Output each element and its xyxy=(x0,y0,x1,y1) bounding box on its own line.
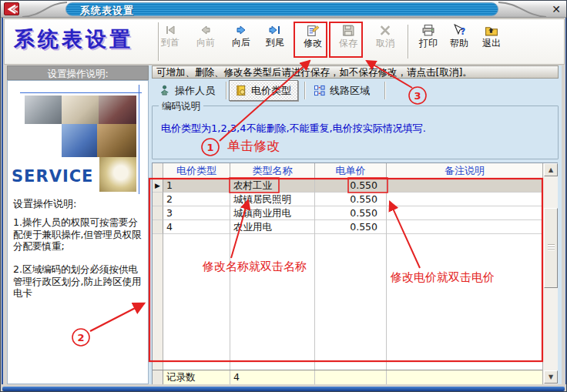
sidebar-notes-title: 设置操作说明: xyxy=(13,197,76,211)
record-count-label: 记录数 xyxy=(163,370,230,385)
record-count-value: 4 xyxy=(230,370,315,385)
selector-column xyxy=(153,234,163,370)
info-bar: 可增加、删除、修改各类型后请进行保存，如不保存修改，请点击[取消]。 xyxy=(152,65,559,79)
sidebar-note-1: 1.操作人员的权限可按需要分配便于兼职操作,但管理员权限分配要慎重; xyxy=(13,216,146,253)
footer-selector xyxy=(153,370,163,385)
title-bar: 系统表设置 ✕ xyxy=(1,1,567,18)
printer-icon xyxy=(421,24,436,37)
sidebar-header: 设置操作说明: xyxy=(7,65,149,80)
last-arrow-icon xyxy=(267,24,283,36)
nav-prev-button[interactable]: 向前 xyxy=(189,22,223,63)
row-selector[interactable] xyxy=(153,220,163,234)
exit-button[interactable]: 退出 xyxy=(475,22,508,63)
edit-icon xyxy=(305,24,320,37)
row-selector[interactable] xyxy=(153,206,163,220)
svg-text:?: ? xyxy=(460,26,465,37)
column-header-note: 备注说明 xyxy=(387,163,542,179)
grid-line xyxy=(386,234,387,370)
cell-price[interactable]: 0.550 xyxy=(315,179,387,193)
collage-image-leather xyxy=(97,124,136,157)
collage-image-tools xyxy=(25,95,62,124)
prev-arrow-icon xyxy=(198,24,213,36)
collage-image-pens xyxy=(99,95,136,124)
column-header-price: 电单价 xyxy=(315,163,387,179)
sidebar-panel: SERVICE 设置操作说明: 1.操作人员的权限可按需要分配便于兼职操作,但管… xyxy=(7,80,149,384)
cell-price[interactable]: 0.550 xyxy=(315,193,387,206)
window-title: 系统表设置 xyxy=(80,4,134,18)
cell-note[interactable] xyxy=(387,220,542,234)
groupbox-note: 电价类型为1,2,3,4不能删除,不能重复,电价按实际情况填写. xyxy=(161,122,426,136)
groupbox-title: 编码说明 xyxy=(159,100,203,113)
bottom-blue-strip xyxy=(2,387,565,391)
cell-price[interactable]: 0.550 xyxy=(315,206,387,220)
scrollbar-grip xyxy=(548,244,555,250)
cell-type[interactable]: 4 xyxy=(163,220,230,234)
row-selector[interactable] xyxy=(153,193,163,206)
tab-price-types[interactable]: 电价类型 xyxy=(229,80,298,101)
vertical-scrollbar[interactable]: ▲ ▼ xyxy=(542,163,558,384)
table-row[interactable]: ▶ 1 农村工业 0.550 xyxy=(153,179,542,193)
column-header-type: 电价类型 xyxy=(163,163,230,179)
edit-button[interactable]: 修改 xyxy=(296,22,330,63)
cancel-button[interactable]: 取消 xyxy=(368,22,402,63)
collage-image-keyboard xyxy=(62,124,97,157)
tab-line-regions[interactable]: 线路区域 xyxy=(307,81,376,100)
header-toolbar-band: 系统表设置 到首 向前 向后 到尾 xyxy=(4,18,565,65)
exit-folder-icon xyxy=(484,24,499,37)
page-title: 系统表设置 xyxy=(14,25,133,53)
cell-type[interactable]: 3 xyxy=(163,206,230,220)
tab-separator xyxy=(384,82,385,99)
cell-type[interactable]: 1 xyxy=(163,179,230,193)
grid-corner-cell xyxy=(153,163,163,179)
service-logo-text: SERVICE xyxy=(12,167,93,186)
scrollbar-thumb[interactable] xyxy=(544,208,558,288)
table-row[interactable]: 2 城镇居民照明 0.550 xyxy=(153,193,542,206)
save-floppy-icon xyxy=(341,24,356,37)
cell-note[interactable] xyxy=(387,193,542,206)
price-type-icon xyxy=(236,85,247,96)
print-button[interactable]: 打印 xyxy=(411,22,445,63)
system-table-settings-window: 系统表设置 ✕ 系统表设置 到首 向前 向后 xyxy=(0,0,567,392)
footer-empty-cell xyxy=(315,370,387,385)
cell-name[interactable]: 城镇居民照明 xyxy=(230,193,315,206)
nav-last-button[interactable]: 到尾 xyxy=(258,22,292,63)
app-logo-icon xyxy=(4,2,19,15)
collage-line xyxy=(139,85,139,194)
price-type-grid: 电价类型 类型名称 电单价 备注说明 ▶ 1 农村工业 0.550 2 城镇居民… xyxy=(152,162,558,384)
cell-name[interactable]: 农村工业 xyxy=(230,179,315,193)
table-row[interactable]: 3 城镇商业用电 0.550 xyxy=(153,206,542,220)
tab-separator xyxy=(304,82,305,99)
cell-name[interactable]: 农业用电 xyxy=(230,220,315,234)
tab-operators[interactable]: 操作人员 xyxy=(153,81,221,100)
nav-next-button[interactable]: 向后 xyxy=(224,22,258,63)
cell-type[interactable]: 2 xyxy=(163,193,230,206)
close-button[interactable]: ✕ xyxy=(552,2,561,16)
cell-name[interactable]: 城镇商业用电 xyxy=(230,206,315,220)
cancel-x-icon xyxy=(377,24,393,37)
grid-footer: 记录数 4 xyxy=(153,370,542,384)
cell-note[interactable] xyxy=(387,206,542,220)
nav-first-button[interactable]: 到首 xyxy=(153,22,187,63)
cell-note[interactable] xyxy=(387,179,542,193)
scroll-down-button[interactable]: ▼ xyxy=(544,370,558,384)
next-arrow-icon xyxy=(233,24,249,36)
code-description-groupbox: 编码说明 电价类型为1,2,3,4不能删除,不能重复,电价按实际情况填写. xyxy=(152,106,559,159)
region-docs-icon xyxy=(314,85,326,96)
tab-separator xyxy=(226,82,226,99)
first-arrow-icon xyxy=(163,24,178,36)
help-button[interactable]: ? 帮助 xyxy=(442,22,476,63)
main-panel: 可增加、删除、修改各类型后请进行保存，如不保存修改，请点击[取消]。 操作人员 … xyxy=(149,65,562,384)
person-icon xyxy=(159,85,171,96)
collage-image-pen xyxy=(62,95,99,124)
scroll-up-button[interactable]: ▲ xyxy=(544,163,558,176)
column-header-name: 类型名称 xyxy=(230,163,315,179)
cell-price[interactable]: 0.550 xyxy=(315,220,387,234)
grid-line xyxy=(314,234,315,370)
table-row[interactable]: 4 农业用电 0.550 xyxy=(153,220,542,234)
help-cursor-icon: ? xyxy=(451,24,467,37)
save-button[interactable]: 保存 xyxy=(331,22,365,63)
window-bottom-band xyxy=(1,384,567,392)
row-selector[interactable]: ▶ xyxy=(153,179,163,193)
window-left-edge xyxy=(2,18,3,385)
collage-line xyxy=(20,92,142,93)
